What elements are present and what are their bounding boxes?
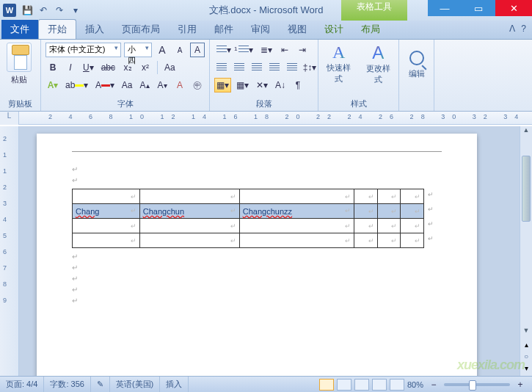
tab-review[interactable]: 审阅 — [242, 20, 279, 39]
font-name-combo[interactable]: 宋体 (中文正文) — [45, 43, 121, 57]
multilevel-button[interactable]: ≣▾ — [258, 43, 274, 57]
quick-styles-icon[interactable]: A — [323, 43, 355, 62]
table-cell[interactable]: Changchunzz↵ — [239, 204, 354, 219]
text-effects-button[interactable]: A▾ — [45, 78, 60, 92]
align-left-button[interactable] — [214, 60, 229, 75]
tab-view[interactable]: 视图 — [279, 20, 316, 39]
tab-mailings[interactable]: 邮件 — [205, 20, 242, 39]
scroll-up-icon[interactable]: ▲ — [520, 126, 532, 139]
table-cell[interactable]: Chang↵ — [73, 204, 140, 219]
table-cell[interactable]: ↵ — [377, 204, 401, 219]
numbering-button[interactable]: ▾ — [236, 43, 255, 57]
underline-button[interactable]: U▾ — [81, 60, 96, 75]
redo-icon[interactable]: ↷ — [53, 4, 66, 17]
borders-button[interactable]: ▦▾ — [234, 78, 251, 92]
clear-format-button[interactable]: A — [172, 78, 187, 92]
status-word-count[interactable]: 字数: 356 — [44, 377, 90, 392]
zoom-in-button[interactable]: + — [513, 377, 528, 392]
vertical-scrollbar[interactable]: ▲ ▼ ▴ ○ ▾ — [520, 126, 532, 376]
table-cell[interactable]: ↵↵ — [401, 219, 424, 233]
zoom-slider[interactable] — [444, 383, 510, 386]
paragraph-mark-button[interactable]: ¶ — [291, 78, 305, 92]
view-fullscreen-button[interactable] — [337, 379, 351, 391]
tab-insert[interactable]: 插入 — [76, 20, 113, 39]
horizontal-ruler[interactable]: 2 4 6 8 10 12 14 16 18 20 22 24 26 28 30… — [19, 112, 532, 124]
bold-button[interactable]: B — [45, 60, 60, 75]
highlight-button[interactable]: ab▾ — [63, 78, 90, 92]
paste-button[interactable]: 粘贴 — [9, 72, 29, 87]
enlarge-char-button[interactable]: A▴ — [137, 78, 152, 92]
table-cell[interactable]: ↵ — [354, 189, 378, 204]
table-cell[interactable]: ↵ — [354, 204, 378, 219]
qat-more-icon[interactable]: ▾ — [69, 4, 82, 17]
table-cell[interactable]: ↵ — [73, 219, 140, 233]
tab-home[interactable]: 开始 — [38, 19, 76, 39]
char-border-button[interactable]: A — [190, 43, 205, 57]
next-page-icon[interactable]: ▾ — [520, 364, 532, 376]
minimize-button[interactable]: — — [428, 0, 462, 16]
superscript-button[interactable]: x² — [138, 60, 153, 75]
ruler-corner[interactable]: L — [0, 112, 19, 125]
quick-styles-button[interactable]: 快速样式 — [323, 62, 355, 84]
increase-indent-button[interactable]: ⇥ — [295, 43, 310, 57]
table-cell[interactable]: ↵↵ — [401, 189, 424, 204]
table-cell[interactable]: ↵ — [239, 189, 354, 204]
change-case-button[interactable]: Aa — [162, 60, 178, 75]
shading-button[interactable]: ▦▾ — [214, 78, 231, 92]
tab-references[interactable]: 引用 — [169, 20, 205, 39]
table-cell[interactable]: ↵↵ — [401, 233, 424, 248]
vertical-ruler[interactable]: 2 1 1 2 3 4 5 6 7 8 9 — [0, 126, 19, 376]
table-cell[interactable]: ↵↵ — [401, 204, 424, 219]
table-cell[interactable]: ↵ — [73, 233, 140, 248]
view-web-button[interactable] — [354, 379, 369, 391]
view-outline-button[interactable] — [372, 379, 387, 391]
maximize-button[interactable]: ▭ — [462, 0, 495, 16]
table-cell[interactable]: ↵ — [354, 219, 378, 233]
distribute-button[interactable] — [285, 60, 299, 75]
italic-button[interactable]: I — [63, 60, 78, 75]
shrink-font-button[interactable]: A — [172, 43, 187, 57]
table-cell[interactable]: Changchun↵ — [139, 204, 239, 219]
prev-page-icon[interactable]: ▴ — [520, 341, 532, 352]
undo-icon[interactable]: ↶ — [37, 4, 50, 17]
table-cell[interactable]: ↵ — [239, 219, 354, 233]
document-page[interactable]: ↵ ↵ ↵ ↵ ↵ ↵ ↵ ↵↵ Chang↵ Changchun↵ Chang… — [37, 134, 477, 376]
minimize-ribbon-icon[interactable]: ᐱ — [509, 23, 515, 34]
table-cell[interactable]: ↵ — [139, 189, 239, 204]
word-table[interactable]: ↵ ↵ ↵ ↵ ↵ ↵↵ Chang↵ Changchun↵ Changchun… — [72, 189, 424, 248]
shrink-char-button[interactable]: A▾ — [155, 78, 170, 92]
view-print-layout-button[interactable] — [319, 379, 334, 391]
font-color-button[interactable]: A▾ — [93, 78, 117, 92]
view-draft-button[interactable] — [390, 379, 404, 391]
status-insert-mode[interactable]: 插入 — [160, 377, 189, 392]
table-cell[interactable]: ↵ — [73, 189, 140, 204]
enclosed-char-button[interactable]: ㊥ — [190, 78, 205, 92]
scroll-thumb[interactable] — [522, 156, 531, 222]
save-icon[interactable]: 💾 — [21, 4, 34, 17]
status-proofing[interactable]: ✎ — [91, 377, 110, 392]
paste-icon[interactable] — [7, 43, 32, 72]
line-spacing-button[interactable]: ‡↕▾ — [302, 60, 317, 75]
find-icon[interactable] — [409, 51, 424, 65]
tab-table-design[interactable]: 设计 — [316, 20, 352, 39]
scroll-down-icon[interactable]: ▼ — [520, 327, 532, 339]
font-size-combo[interactable]: 小四 — [124, 43, 152, 57]
tab-table-layout[interactable]: 布局 — [352, 20, 389, 39]
zoom-out-button[interactable]: − — [426, 377, 441, 392]
tab-page-layout[interactable]: 页面布局 — [113, 20, 169, 39]
phonetic-guide-button[interactable]: Aa — [120, 78, 134, 92]
decrease-indent-button[interactable]: ⇤ — [277, 43, 292, 57]
change-styles-button[interactable]: 更改样式 — [362, 63, 395, 85]
table-cell[interactable]: ↵ — [377, 189, 401, 204]
close-button[interactable]: ✕ — [495, 0, 532, 16]
table-cell[interactable]: ↵ — [377, 233, 401, 248]
grow-font-button[interactable]: A — [155, 43, 170, 57]
show-marks-button[interactable]: A↓ — [273, 78, 288, 92]
table-cell[interactable]: ↵ — [354, 233, 378, 248]
bullets-button[interactable]: ▾ — [214, 43, 233, 57]
status-page[interactable]: 页面: 4/4 — [0, 377, 44, 392]
help-icon[interactable]: ? — [521, 23, 526, 34]
align-right-button[interactable] — [249, 60, 264, 75]
status-language[interactable]: 英语(美国) — [110, 377, 160, 392]
tab-file[interactable]: 文件 — [1, 20, 38, 39]
